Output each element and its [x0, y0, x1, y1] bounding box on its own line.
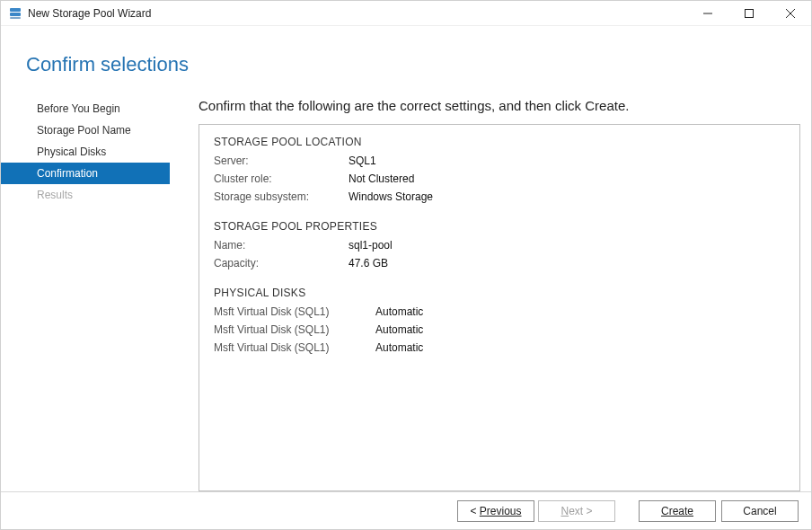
section-storage-pool-properties: STORAGE POOL PROPERTIES Name: sql1-pool …	[214, 220, 785, 272]
instruction-text: Confirm that the following are the corre…	[199, 98, 800, 113]
disk-mode: Automatic	[375, 339, 423, 357]
value-name: sql1-pool	[349, 236, 393, 254]
row-cluster-role: Cluster role: Not Clustered	[214, 170, 785, 188]
label-server: Server:	[214, 152, 349, 170]
label-cluster-role: Cluster role:	[214, 170, 349, 188]
section-heading: PHYSICAL DISKS	[214, 287, 785, 299]
wizard-body: Before You Begin Storage Pool Name Physi…	[1, 98, 811, 491]
section-physical-disks: PHYSICAL DISKS Msft Virtual Disk (SQL1) …	[214, 287, 785, 357]
sidebar-item-confirmation[interactable]: Confirmation	[1, 163, 170, 184]
window-title: New Storage Pool Wizard	[28, 7, 687, 20]
sidebar-item-before-you-begin[interactable]: Before You Begin	[1, 98, 170, 119]
svg-rect-1	[10, 13, 21, 16]
label-name: Name:	[214, 236, 349, 254]
value-cluster-role: Not Clustered	[349, 170, 414, 188]
row-capacity: Capacity: 47.6 GB	[214, 254, 785, 272]
maximize-button[interactable]	[728, 1, 770, 25]
row-name: Name: sql1-pool	[214, 236, 785, 254]
wizard-sidebar: Before You Begin Storage Pool Name Physi…	[1, 98, 170, 491]
disk-name: Msft Virtual Disk (SQL1)	[214, 303, 375, 321]
svg-rect-0	[10, 8, 21, 12]
next-button: Next >	[538, 500, 615, 522]
previous-button[interactable]: < Previous	[457, 500, 534, 522]
disk-name: Msft Virtual Disk (SQL1)	[214, 321, 375, 339]
wizard-footer: < Previous Next > Create Cancel	[1, 491, 811, 529]
value-storage-subsystem: Windows Storage	[349, 188, 433, 206]
row-server: Server: SQL1	[214, 152, 785, 170]
nav-button-group: < Previous Next >	[457, 500, 615, 522]
section-storage-pool-location: STORAGE POOL LOCATION Server: SQL1 Clust…	[214, 136, 785, 206]
svg-rect-2	[10, 17, 21, 19]
wizard-main: Confirm that the following are the corre…	[170, 98, 800, 491]
row-disk: Msft Virtual Disk (SQL1) Automatic	[214, 303, 785, 321]
app-icon	[8, 6, 22, 21]
window-controls	[687, 1, 811, 25]
sidebar-item-results: Results	[1, 184, 170, 206]
settings-panel: STORAGE POOL LOCATION Server: SQL1 Clust…	[199, 124, 800, 491]
disk-mode: Automatic	[375, 321, 423, 339]
disk-mode: Automatic	[375, 303, 423, 321]
label-capacity: Capacity:	[214, 254, 349, 272]
sidebar-item-physical-disks[interactable]: Physical Disks	[1, 141, 170, 163]
section-heading: STORAGE POOL LOCATION	[214, 136, 785, 148]
create-button[interactable]: Create	[639, 500, 716, 522]
row-disk: Msft Virtual Disk (SQL1) Automatic	[214, 339, 785, 357]
value-capacity: 47.6 GB	[349, 254, 388, 272]
label-storage-subsystem: Storage subsystem:	[214, 188, 349, 206]
wizard-header: Confirm selections	[1, 26, 811, 98]
action-button-group: Create Cancel	[639, 500, 799, 522]
row-disk: Msft Virtual Disk (SQL1) Automatic	[214, 321, 785, 339]
sidebar-item-storage-pool-name[interactable]: Storage Pool Name	[1, 119, 170, 141]
value-server: SQL1	[349, 152, 376, 170]
svg-rect-4	[746, 9, 754, 17]
disk-name: Msft Virtual Disk (SQL1)	[214, 339, 375, 357]
cancel-button[interactable]: Cancel	[721, 500, 799, 522]
section-heading: STORAGE POOL PROPERTIES	[214, 220, 785, 233]
wizard-window: New Storage Pool Wizard Confirm selectio…	[0, 0, 812, 530]
minimize-button[interactable]	[687, 1, 728, 25]
page-title: Confirm selections	[26, 53, 811, 76]
row-storage-subsystem: Storage subsystem: Windows Storage	[214, 188, 785, 206]
close-button[interactable]	[770, 1, 811, 25]
titlebar: New Storage Pool Wizard	[1, 1, 811, 26]
